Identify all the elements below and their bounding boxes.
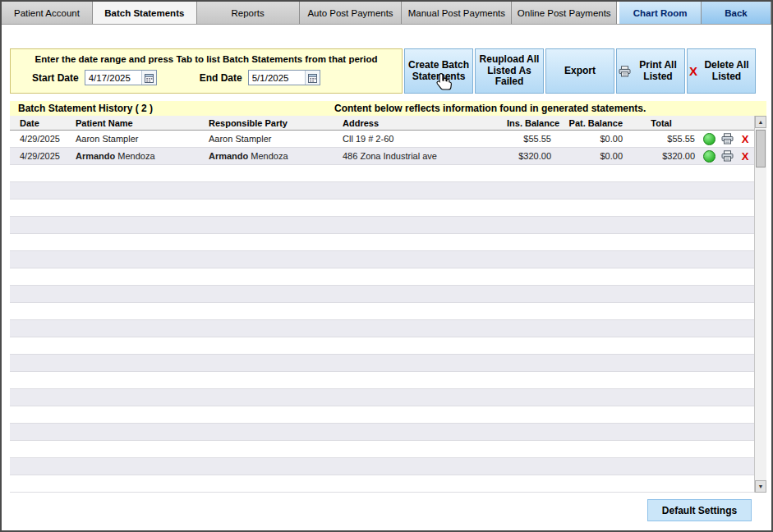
delete-row-icon[interactable]: X: [742, 150, 749, 163]
delete-row-icon[interactable]: X: [742, 133, 749, 145]
print-row-icon[interactable]: [721, 133, 734, 144]
tab-manual-post-payments[interactable]: Manual Post Payments: [402, 2, 512, 24]
scroll-down-button[interactable]: ▼: [755, 480, 766, 493]
tab-patient-account[interactable]: Patient Account: [2, 2, 93, 24]
cell-date: 4/29/2025: [10, 134, 66, 144]
tab-back[interactable]: Back: [702, 2, 771, 24]
cell-total: $55.55: [634, 134, 700, 144]
end-date-input[interactable]: [249, 73, 305, 83]
empty-row: [10, 200, 754, 217]
action-button-label: Delete All Listed: [700, 60, 753, 83]
empty-row: [10, 303, 754, 320]
cell-print: [718, 150, 736, 162]
empty-row: [10, 234, 754, 251]
column-header-ins-balance: Ins. Balance: [507, 118, 564, 128]
cell-pat-balance: $0.00: [564, 134, 634, 144]
action-button-label: Print All Listed: [633, 60, 683, 83]
export-button[interactable]: Export: [545, 48, 614, 94]
empty-row: [10, 337, 754, 355]
cell-status: [700, 133, 718, 145]
tab-auto-post-payments[interactable]: Auto Post Payments: [300, 2, 403, 24]
empty-row: [10, 441, 754, 458]
action-button-label: Reupload All Listed As Failed: [477, 54, 541, 88]
default-settings-button[interactable]: Default Settings: [647, 499, 752, 521]
empty-row: [10, 389, 754, 406]
empty-row: [10, 424, 754, 441]
scroll-up-button[interactable]: ▲: [755, 116, 766, 128]
action-button-label: Export: [564, 66, 596, 77]
tab-reports[interactable]: Reports: [197, 2, 300, 24]
tab-chart-room[interactable]: Chart Room: [619, 2, 702, 24]
history-note: Content below reflects information found…: [334, 103, 646, 114]
cell-address: 486 Zona Industrial ave: [333, 151, 507, 161]
empty-row: [10, 286, 754, 303]
cell-ins-balance: $320.00: [507, 151, 564, 161]
date-range-panel: Enter the date range and press Tab to li…: [10, 48, 403, 94]
printer-icon: [619, 66, 631, 77]
statement-row[interactable]: 4/29/2025Aaron StamplerAaron StamplerCll…: [10, 131, 754, 148]
cell-delete: X: [736, 133, 754, 145]
column-header-address: Address: [333, 118, 507, 128]
reupload-all-listed-as-failed-button[interactable]: Reupload All Listed As Failed: [475, 48, 544, 94]
date-range-instruction: Enter the date range and press Tab to li…: [11, 54, 402, 64]
statement-grid: DatePatient NameResponsible PartyAddress…: [10, 116, 754, 493]
cell-status: [700, 150, 718, 163]
delete-all-listed-button[interactable]: XDelete All Listed: [687, 48, 756, 94]
cell-address: Cll 19 # 2-60: [333, 134, 507, 144]
scrollbar-thumb[interactable]: [756, 130, 766, 167]
cell-patient-name: Aaron Stampler: [66, 134, 199, 144]
column-header-patient-name: Patient Name: [66, 118, 199, 128]
column-header-responsible-party: Responsible Party: [199, 118, 333, 128]
action-button-label: Create Batch Statements: [407, 60, 471, 83]
batch-statements-window: Patient AccountBatch StatementsReportsAu…: [0, 0, 773, 532]
calendar-icon[interactable]: [305, 71, 320, 85]
status-ok-icon: [703, 133, 715, 145]
date-row: Start Date End Date: [11, 70, 402, 85]
cell-responsible-party: Aaron Stampler: [199, 134, 333, 144]
create-batch-statements-button[interactable]: Create Batch Statements: [404, 48, 473, 94]
tab-online-post-payments[interactable]: Online Post Payments: [512, 2, 617, 24]
cell-pat-balance: $0.00: [564, 151, 634, 161]
tab-bar: Patient AccountBatch StatementsReportsAu…: [2, 2, 771, 25]
cell-date: 4/29/2025: [10, 151, 66, 161]
history-bar: Batch Statement History ( 2 ) Content be…: [10, 101, 766, 116]
start-date-field: [85, 70, 157, 85]
history-title: Batch Statement History ( 2 ): [18, 103, 153, 114]
empty-row: [10, 372, 754, 389]
empty-row: [10, 458, 754, 475]
statement-row[interactable]: 4/29/2025Armando MendozaArmando Mendoza4…: [10, 148, 754, 165]
empty-row: [10, 217, 754, 234]
column-header-pat-balance: Pat. Balance: [564, 118, 634, 128]
action-buttons: Create Batch StatementsReupload All List…: [404, 48, 756, 94]
delete-x-icon: X: [689, 64, 697, 78]
print-row-icon[interactable]: [721, 150, 734, 162]
column-header-total: Total: [634, 118, 700, 128]
statement-table: DatePatient NameResponsible PartyAddress…: [10, 116, 766, 493]
tab-batch-statements[interactable]: Batch Statements: [93, 2, 197, 24]
end-date-field: [248, 70, 320, 85]
up-arrow-icon: ▲: [758, 119, 764, 125]
cell-responsible-party: Armando Mendoza: [199, 151, 333, 161]
empty-row: [10, 406, 754, 424]
empty-row: [10, 182, 754, 200]
table-body: 4/29/2025Aaron StamplerAaron StamplerCll…: [10, 131, 754, 493]
print-all-listed-button[interactable]: Print All Listed: [616, 48, 685, 94]
vertical-scrollbar[interactable]: ▲ ▼: [754, 116, 766, 493]
empty-row: [10, 165, 754, 182]
empty-row: [10, 268, 754, 286]
status-ok-icon: [703, 150, 715, 163]
cell-delete: X: [736, 150, 754, 163]
table-header-row: DatePatient NameResponsible PartyAddress…: [10, 116, 754, 131]
start-date-label: Start Date: [32, 72, 79, 84]
empty-row: [10, 475, 754, 493]
empty-row: [10, 355, 754, 372]
empty-row: [10, 251, 754, 268]
cell-print: [718, 133, 736, 144]
cell-patient-name: Armando Mendoza: [66, 151, 199, 161]
start-date-input[interactable]: [85, 73, 141, 83]
column-header-date: Date: [10, 118, 66, 128]
empty-row: [10, 320, 754, 337]
calendar-icon[interactable]: [141, 71, 156, 85]
down-arrow-icon: ▼: [758, 484, 764, 489]
end-date-label: End Date: [200, 72, 242, 84]
